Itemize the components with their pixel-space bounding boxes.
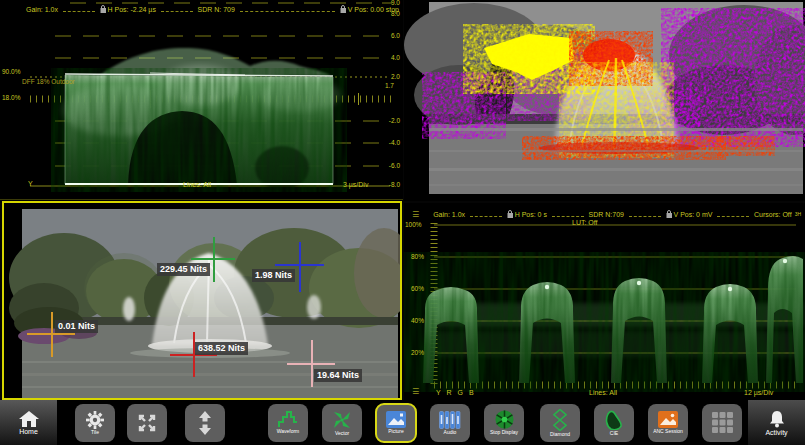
lock-icon [100,5,106,14]
anc-session-icon [658,411,678,428]
lock-icon [340,5,346,14]
tile-menu-icon[interactable]: ☰ [412,388,419,396]
channel-label: Y [28,180,33,187]
lock-icon [507,210,513,219]
scale-tick: 6.0 [391,33,400,40]
scale-tick: 9.0 [391,0,400,7]
audio-icon [439,411,461,429]
stop-display-button[interactable]: Stop Display [484,404,524,442]
false-color-image [404,0,805,201]
vpos-readout: V Pos: 0 mV [674,211,713,218]
diamond-button[interactable]: Diamond [540,404,580,442]
cursors-readout: Cursors: Off [754,211,792,218]
sweep-readout: 3 µs/Div [343,181,368,188]
luma-cursor-green[interactable] [191,258,235,260]
bell-icon [768,410,786,428]
waveform-icon [278,411,298,428]
lock-icon [666,210,672,219]
gear-icon [86,411,104,429]
tile-false-color-picture[interactable] [404,0,805,201]
lut-readout: LUT: Off [572,219,598,226]
prism-monitor-screen: Gain: 1.0x H Pos: -2.24 µs SDR N: 709 V … [0,0,805,445]
vector-button[interactable]: Vector [322,404,362,442]
scale-tick: 40% [411,318,424,325]
hpos-readout: H Pos: -2.24 µs [108,6,156,13]
gain-readout: Gain: 1.0x [433,211,465,218]
tile-button[interactable]: Tile [75,404,115,442]
scale-tick: 80% [411,254,424,261]
lines-readout: Lines: All [183,181,211,188]
scale-tick: -4.0 [389,140,400,147]
nit-value-label: 0.01 Nits [55,320,98,333]
tile-cursor-picture[interactable]: 229.45 Nits 1.98 Nits 0.01 Nits 638.52 N… [2,201,402,400]
scale-tick: 2.0 [391,74,400,81]
luma-cursor-blue[interactable] [275,264,324,266]
tile-stop-waveform[interactable]: Gain: 1.0x H Pos: -2.24 µs SDR N: 709 V … [0,0,403,200]
nit-value-label: 19.64 Nits [314,369,362,382]
picture-button[interactable]: Picture [376,404,416,442]
nit-value-label: 638.52 Nits [195,342,248,355]
picture-icon [386,411,406,428]
resize-vertical-button[interactable] [185,404,225,442]
gain-readout: Gain: 1.0x [26,6,58,13]
scale-tick: 1.7 [385,83,394,90]
scale-tick: 8.0 [391,11,400,18]
grid-icon [712,412,733,433]
scale-tick: 60% [411,286,424,293]
standard-readout: SDR N:709 [589,211,624,218]
lines-readout: Lines: All [589,389,617,396]
sweep-mode-readout: 3H [795,212,801,217]
home-icon [19,411,39,427]
scale-tick: -8.0 [389,182,400,189]
yrgb-waveform-header: ☰ Gain: 1.0x H Pos: 0 s SDR N:709 V Pos:… [412,210,801,219]
ref-18-label: 18.0% [2,95,20,102]
stop-display-icon [495,410,514,429]
ref-90-label: 90.0% [2,69,20,76]
cie-button[interactable]: CIE [594,404,634,442]
home-button[interactable]: Home [0,400,57,445]
hpos-readout: H Pos: 0 s [515,211,547,218]
scale-tick: -2.0 [389,118,400,125]
anc-session-button[interactable]: ANC Session [648,404,688,442]
toolbar: Home Tile [0,400,805,445]
scale-tick: 20% [411,350,424,357]
tile-menu-icon[interactable]: ☰ [412,211,419,219]
audio-button[interactable]: Audio [430,404,470,442]
waveform-button[interactable]: Waveform [268,404,308,442]
vector-icon [332,410,352,430]
scale-tick: -6.0 [389,163,400,170]
cie-icon [605,410,623,430]
scale-tick: 100% [405,222,422,229]
expand-icon [136,412,158,434]
nit-value-label: 1.98 Nits [252,269,295,282]
stop-waveform-graticule [0,0,403,199]
tile-yrgb-waveform[interactable]: ☰ Gain: 1.0x H Pos: 0 s SDR N:709 V Pos:… [404,203,805,400]
stop-waveform-header: Gain: 1.0x H Pos: -2.24 µs SDR N: 709 V … [26,5,399,14]
standard-readout: SDR N: 709 [198,6,235,13]
scale-tick: 4.0 [391,55,400,62]
diamond-icon [553,409,567,431]
luma-cursor-blue[interactable] [299,242,301,292]
luma-cursor-orange[interactable] [27,333,75,335]
sweep-readout: 12 µs/Div [744,389,773,396]
expand-tile-button[interactable] [127,404,167,442]
yrgb-waveform-graticule [404,203,805,400]
resize-vertical-icon [197,411,213,435]
nit-value-label: 229.45 Nits [157,263,210,276]
luma-cursor-pink[interactable] [287,363,335,365]
channels-label: Y R G B [436,389,476,396]
tile-grid-button[interactable] [702,404,742,442]
activity-button[interactable]: Activity [748,400,805,445]
ref-name-label: DFF 18% Outdoor [22,79,75,86]
